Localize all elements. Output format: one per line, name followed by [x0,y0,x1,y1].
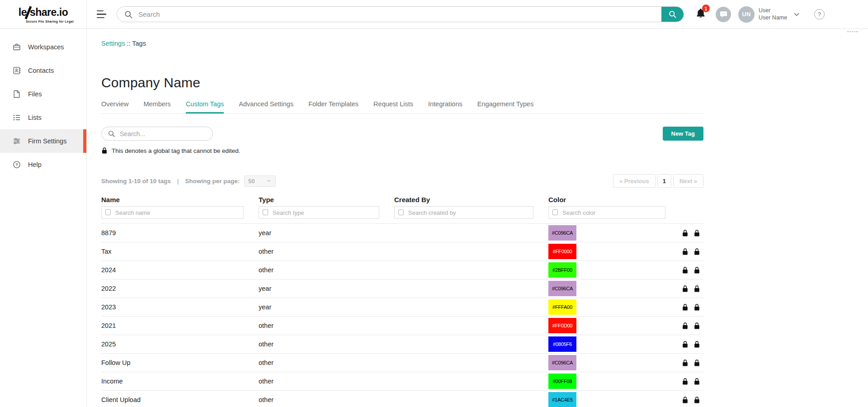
search-submit-button[interactable] [661,6,684,22]
tag-name: Tax [101,248,259,255]
tab-engagement-types[interactable]: Engagement Types [477,98,534,114]
scrollbar-handle[interactable] [847,31,858,32]
row-lock-indicators [665,396,703,404]
help-button[interactable]: ? [814,9,825,19]
filter-checkbox-icon [105,209,111,215]
tab-advanced-settings[interactable]: Advanced Settings [239,98,293,114]
tag-type: other [259,359,394,366]
color-chip: #0805F6 [548,336,576,352]
sidebar-item-label: Workspaces [28,43,64,51]
tag-type: year [259,229,394,237]
sidebar-item-lists[interactable]: Lists [0,106,86,129]
row-lock-indicators [665,248,703,256]
table-row: 8879year#C096CA [101,224,703,242]
color-chip: #FF0D00 [548,318,576,333]
global-search-input[interactable] [133,10,661,18]
filter-input-type[interactable] [259,206,379,219]
table-filters [101,206,703,223]
previous-page-button[interactable]: « Previous [613,174,656,188]
lock-icon [693,248,700,256]
column-header-created-by: Created By [394,196,548,206]
lock-icon [693,303,700,311]
tag-name: Follow Up [101,359,259,366]
filter-checkbox-icon [263,209,268,215]
tab-overview[interactable]: Overview [101,98,128,114]
settings-tabs: OverviewMembersCustom TagsAdvanced Setti… [101,98,703,114]
tab-custom-tags[interactable]: Custom Tags [186,98,224,114]
tag-color-cell: #0805F6 [548,336,665,352]
color-chip: #C096CA [548,355,576,370]
chevron-down-icon [266,178,272,184]
tag-search-input[interactable] [115,130,212,137]
brand-logo[interactable]: le share.io Secure File Sharing for Lega… [0,0,87,28]
sidebar-item-workspaces[interactable]: Workspaces [0,35,86,59]
notifications-button[interactable]: 1 [696,8,706,21]
column-header-locks [665,196,703,206]
tab-integrations[interactable]: Integrations [428,98,462,114]
lock-icon [682,341,689,348]
next-page-button[interactable]: Next » [673,174,703,188]
table-row: Incomeother#00FF08 [101,372,703,391]
filter-box [259,206,379,219]
page-number-button[interactable]: 1 [657,174,671,188]
color-chip: #FF0000 [548,244,576,259]
filter-box [548,206,665,219]
sidebar-item-firm-settings[interactable]: Firm Settings [0,129,86,153]
file-icon [12,90,21,99]
column-header-type: Type [259,196,394,206]
global-tag-note: This denotes a global tag that cannot be… [101,147,703,154]
tag-name: 2024 [101,266,259,274]
topbar-main: 1 UN User User Name ? [87,0,868,28]
lock-icon [682,378,689,385]
sidebar-item-label: Lists [28,114,42,121]
tag-search [101,127,213,141]
user-avatar[interactable]: UN [738,6,755,23]
tag-color-cell: #C096CA [548,281,665,296]
breadcrumb-current: Tags [132,40,146,47]
filter-input-name[interactable] [101,206,244,219]
tab-request-lists[interactable]: Request Lists [373,98,413,114]
table-row: Follow Upother#C096CA [101,354,703,372]
new-tag-button[interactable]: New Tag [663,127,704,141]
page-title: Company Name [101,75,703,90]
per-page-label: Showing per page: [185,178,240,185]
tag-type: year [259,285,394,292]
tag-color-cell: #C096CA [548,355,665,370]
tag-color-cell: #FF0D00 [548,318,665,333]
tags-table: NameTypeCreated ByColor 8879year#C096CAT… [101,196,703,407]
list-icon [12,113,21,122]
notification-badge: 1 [702,5,710,12]
tag-color-cell: #00FF08 [548,374,665,389]
sidebar-item-files[interactable]: Files [0,82,86,106]
tag-type: other [259,248,394,255]
lock-icon [682,229,689,237]
tag-name: 2025 [101,341,259,348]
chat-button[interactable] [716,7,731,22]
chat-bubble-icon [719,10,728,19]
tab-folder-templates[interactable]: Folder Templates [308,98,359,114]
lock-icon [693,322,700,330]
breadcrumb-settings-link[interactable]: Settings [101,40,125,47]
tag-name: 2021 [101,322,259,329]
tag-name: 2022 [101,285,259,292]
per-page-value: 50 [248,178,255,185]
column-header-color: Color [548,196,665,206]
main-content: Settings :: Tags Company Name OverviewMe… [87,29,868,407]
menu-toggle-icon[interactable] [97,10,108,19]
tag-type: other [259,378,394,385]
per-page-select[interactable]: 50 [244,175,276,187]
sidebar-item-help[interactable]: ?Help [0,153,86,176]
listing-separator: | [177,178,179,185]
filter-cell-locks [665,206,703,219]
filter-input-color[interactable] [548,206,665,219]
listing-bar: Showing 1-10 of 10 tags | Showing per pa… [101,174,703,188]
lock-icon [693,266,700,274]
user-menu-button[interactable] [793,10,801,19]
user-menu-label[interactable]: User User Name [759,7,787,21]
sidebar: WorkspacesContactsFilesListsFirm Setting… [0,29,87,407]
tag-type: other [259,396,394,403]
filter-input-created-by[interactable] [394,206,533,219]
tab-members[interactable]: Members [143,98,170,114]
sidebar-item-contacts[interactable]: Contacts [0,59,86,82]
search-icon [108,130,115,137]
